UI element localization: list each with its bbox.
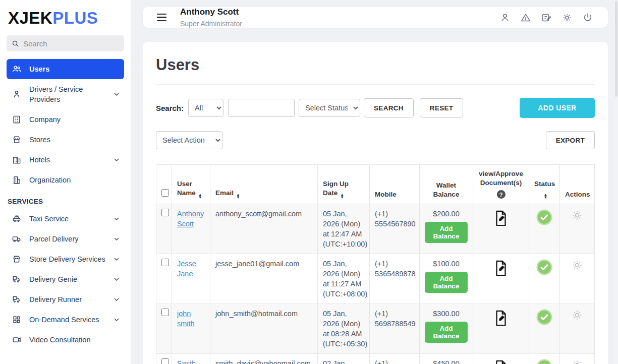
users-page-card: Users Search: All Select Status SEARCH R… [143, 42, 608, 364]
status-active-icon[interactable] [536, 209, 553, 226]
add-balance-button[interactable]: Add Balance [425, 222, 468, 243]
add-balance-button[interactable]: Add Balance [425, 272, 468, 293]
sidebar-item-parcel-delivery[interactable]: Parcel Delivery [7, 229, 124, 249]
signup-date: 02 Jan, 2026 (Fri) [318, 353, 370, 364]
help-icon[interactable]: ? [497, 190, 505, 199]
view-document-icon[interactable] [492, 259, 510, 276]
search-label: Search: [156, 104, 184, 112]
sidebar-item-hotels[interactable]: Hotels [7, 150, 124, 170]
sidebar-item-label: Delivery Runner [29, 294, 106, 305]
user-email: anthony_scott@gmail.com [210, 204, 318, 254]
signup-date: 05 Jan, 2026 (Mon) at 08:28 AM (UTC:+05:… [318, 304, 370, 353]
scrollbar-thumb[interactable] [615, 1, 617, 97]
export-button[interactable]: EXPORT [546, 131, 595, 149]
delivery-cart-icon [12, 294, 22, 305]
sidebar-item-delivery-genie[interactable]: Delivery Genie [7, 269, 124, 289]
sidebar-search[interactable] [7, 35, 124, 51]
select-all-checkbox[interactable] [161, 189, 169, 197]
user-name-link[interactable]: Anthony Scott [177, 210, 204, 228]
table-row: Jesse Jane jesse_jane01@gmail.com 05 Jan… [156, 254, 595, 304]
sort-icon: ▲▼ [544, 194, 548, 199]
sidebar-item-taxi-service[interactable]: Taxi Service [7, 209, 124, 229]
column-status[interactable]: Status▲▼ [529, 165, 560, 204]
page-title: Users [156, 56, 595, 74]
search-button[interactable]: SEARCH [364, 98, 414, 117]
store-icon [12, 135, 22, 145]
wallet-cell: $450.00 Add Balance [420, 353, 473, 364]
table-row: john smith john_smith@hotmail.com 05 Jan… [156, 304, 595, 353]
status-active-icon[interactable] [536, 309, 553, 326]
sidebar-item-delivery-runner[interactable]: Delivery Runner [7, 289, 124, 310]
sidebar-item-store-delivery-services[interactable]: Store Delivery Services [7, 249, 124, 269]
row-checkbox[interactable] [161, 309, 169, 316]
wallet-cell: $300.00 Add Balance [420, 304, 473, 353]
title-divider [156, 84, 595, 85]
user-name-link[interactable]: Smith Davis [177, 359, 196, 364]
sidebar-search-input[interactable] [23, 39, 119, 48]
app-logo: XJEKPLUS [7, 0, 124, 35]
sidebar-item-on-demand-services[interactable]: On-Demand Services [7, 310, 124, 330]
sidebar-item-label: Taxi Service [29, 214, 106, 224]
sidebar-item-label: Organization [29, 175, 119, 185]
mobile: (+1) 5698788549 [370, 304, 420, 353]
sidebar-nav: Users Drivers / Service Providers Compan… [7, 59, 124, 350]
current-user-block: Anthony Scott Super Administrator [180, 7, 242, 28]
organization-icon [12, 175, 22, 185]
sort-icon: ▲▼ [236, 194, 240, 199]
signup-date: 05 Jan, 2026 (Mon) at 11:27 AM (UTC:+08:… [318, 254, 370, 304]
sidebar-item-label: Parcel Delivery [29, 234, 106, 244]
search-keyword-input[interactable] [228, 99, 295, 117]
user-name-link[interactable]: Jesse Jane [177, 260, 196, 278]
wallet-balance: $450.00 [425, 358, 468, 364]
user-name-link[interactable]: john smith [177, 310, 195, 328]
bulk-action-select[interactable]: Select Action [156, 131, 222, 149]
column-mobile: Mobile [370, 165, 420, 204]
filter-controls: Search: All Select Status SEARCH RESET A… [156, 98, 595, 118]
row-actions-gear-icon[interactable] [571, 259, 584, 272]
row-checkbox[interactable] [161, 358, 169, 364]
view-document-icon[interactable] [492, 209, 510, 226]
video-icon [12, 335, 22, 345]
search-field-select[interactable]: All [188, 99, 223, 117]
table-row: Anthony Scott anthony_scott@gmail.com 05… [156, 204, 595, 254]
chevron-down-icon [114, 318, 119, 321]
sidebar-item-video-consultation[interactable]: Video Consultation [7, 330, 124, 350]
chevron-down-icon [114, 93, 119, 96]
sidebar-item-drivers[interactable]: Drivers / Service Providers [7, 79, 124, 109]
users-table: User Name▲▼ Email▲▼ Sign Up Date▲▼ Mobil… [156, 164, 595, 364]
status-select[interactable]: Select Status [299, 99, 360, 117]
taxi-icon [12, 214, 22, 224]
add-user-button[interactable]: ADD USER [520, 98, 595, 118]
column-user-name[interactable]: User Name▲▼ [172, 165, 210, 204]
sidebar-section-services: SERVICES [7, 190, 124, 209]
sort-icon: ▲▼ [340, 194, 344, 199]
bulk-actions-row: Select Action EXPORT [156, 131, 595, 149]
reset-button[interactable]: RESET [420, 98, 464, 117]
power-icon[interactable] [582, 12, 594, 24]
row-checkbox[interactable] [161, 209, 169, 216]
column-signup-date[interactable]: Sign Up Date▲▼ [318, 165, 370, 204]
sidebar-item-organization[interactable]: Organization [7, 170, 124, 190]
sidebar-item-label: Drivers / Service Providers [29, 84, 106, 104]
row-actions-gear-icon[interactable] [571, 358, 584, 364]
hamburger-menu-icon[interactable] [157, 14, 166, 21]
row-checkbox[interactable] [161, 259, 169, 266]
view-document-icon[interactable] [492, 309, 510, 326]
sidebar-item-stores[interactable]: Stores [7, 130, 124, 150]
alert-triangle-icon[interactable] [520, 12, 532, 24]
sidebar-item-company[interactable]: Company [7, 109, 124, 130]
sidebar-item-users[interactable]: Users [7, 59, 124, 79]
page-scrollbar[interactable] [614, 0, 618, 364]
settings-icon[interactable] [561, 12, 573, 24]
column-email[interactable]: Email▲▼ [210, 165, 318, 204]
user-icon[interactable] [499, 12, 511, 24]
view-document-icon[interactable] [492, 358, 510, 364]
row-actions-gear-icon[interactable] [571, 209, 584, 222]
add-balance-button[interactable]: Add Balance [425, 322, 468, 343]
compose-icon[interactable] [540, 12, 552, 24]
company-icon [12, 114, 22, 125]
status-active-icon[interactable] [536, 259, 553, 276]
row-actions-gear-icon[interactable] [571, 309, 584, 322]
column-actions: Actions [560, 165, 595, 204]
status-active-icon[interactable] [536, 358, 553, 364]
